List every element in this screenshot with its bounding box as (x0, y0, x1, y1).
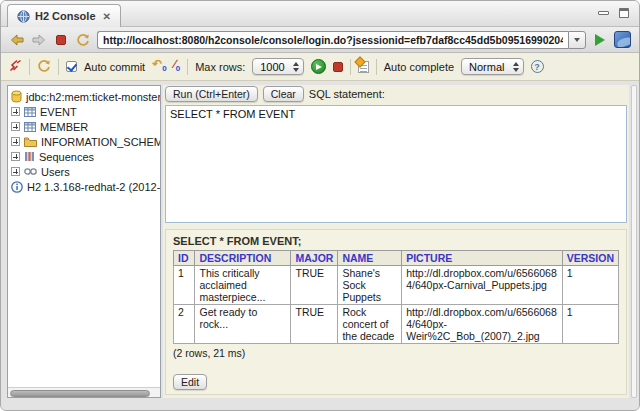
console-content: jdbc:h2:mem:ticket-monster EVENT (1, 83, 639, 410)
schema-tree: jdbc:h2:mem:ticket-monster EVENT (8, 86, 160, 194)
h2-toolbar: Auto commit ↶0 ∕0 Max rows: 1000 Auto co… (1, 53, 639, 81)
executed-statement: SELECT * FROM EVENT; (173, 235, 619, 247)
results-panel: SELECT * FROM EVENT; ID DESCRIPTION MAJO… (165, 229, 627, 395)
column-header[interactable]: MAJOR (291, 251, 338, 266)
refresh-objects-icon[interactable] (37, 59, 51, 75)
result-status: (2 rows, 21 ms) (173, 347, 619, 359)
expand-icon[interactable] (11, 107, 20, 116)
expand-icon[interactable] (11, 152, 20, 161)
forward-icon[interactable] (31, 32, 47, 48)
auto-complete-label: Auto complete (384, 61, 454, 73)
chevron-down-icon (574, 38, 580, 42)
tree-item-event[interactable]: EVENT (11, 104, 160, 119)
close-icon[interactable]: ✕ (103, 11, 111, 22)
auto-commit-checkbox[interactable] (66, 61, 77, 72)
tree-horizontal-scrollbar[interactable] (8, 387, 160, 397)
cell-major: TRUE (291, 305, 338, 344)
users-icon (24, 167, 37, 176)
cell-id: 2 (174, 305, 195, 344)
tree-item-connection[interactable]: jdbc:h2:mem:ticket-monster (11, 89, 160, 104)
stepper-arrows-icon (293, 62, 299, 72)
tab-h2-console[interactable]: H2 Console ✕ (7, 4, 121, 27)
table-icon (24, 107, 36, 117)
tree-item-users[interactable]: Users (11, 164, 160, 179)
column-header[interactable]: VERSION (562, 251, 618, 266)
results-table: ID DESCRIPTION MAJOR NAME PICTURE VERSIO… (173, 250, 619, 344)
table-row[interactable]: 1 This critically acclaimed masterpiece.… (174, 266, 619, 305)
auto-select-icon[interactable] (358, 61, 369, 73)
expand-icon[interactable] (11, 167, 20, 176)
expand-icon[interactable] (11, 137, 20, 146)
maximize-icon[interactable] (619, 8, 629, 18)
help-icon[interactable]: ? (531, 60, 544, 73)
database-icon (11, 90, 22, 103)
auto-commit-label: Auto commit (84, 61, 145, 73)
tree-item-member[interactable]: MEMBER (11, 119, 160, 134)
max-rows-select[interactable]: 1000 (252, 58, 303, 75)
tree-item-sequences[interactable]: Sequences (11, 149, 160, 164)
h2-console-view: H2 Console ✕ (0, 0, 640, 411)
cell-id: 1 (174, 266, 195, 305)
cell-major: TRUE (291, 266, 338, 305)
stop-icon[interactable] (53, 32, 69, 48)
column-header[interactable]: NAME (338, 251, 402, 266)
tab-title: H2 Console (35, 10, 96, 22)
info-icon (11, 181, 23, 193)
url-input[interactable] (97, 31, 568, 49)
browser-toolbar (1, 27, 639, 53)
expand-icon[interactable] (11, 122, 20, 131)
folder-icon (24, 137, 37, 147)
cell-picture: http://dl.dropbox.com/u/65660684/640px-C… (402, 266, 563, 305)
minimize-icon[interactable] (598, 11, 609, 15)
run-icon[interactable] (311, 59, 326, 74)
table-row[interactable]: 2 Get ready to rock... TRUE Rock concert… (174, 305, 619, 344)
cell-version: 1 (562, 266, 618, 305)
url-combo (97, 31, 586, 49)
max-rows-label: Max rows: (195, 61, 245, 73)
view-tab-bar: H2 Console ✕ (1, 1, 639, 27)
tree-item-information-schema[interactable]: INFORMATION_SCHEMA (11, 134, 160, 149)
disconnect-icon[interactable] (9, 59, 22, 74)
url-history-dropdown[interactable] (568, 31, 586, 49)
scrollbar-thumb[interactable] (10, 390, 150, 397)
query-panel: Run (Ctrl+Enter) Clear SQL statement: SE… (163, 85, 629, 398)
sequences-icon (24, 151, 35, 162)
go-icon[interactable] (592, 32, 608, 48)
cell-description: Get ready to rock... (195, 305, 291, 344)
back-icon[interactable] (9, 32, 25, 48)
edit-button[interactable]: Edit (173, 374, 207, 390)
cell-picture: http://dl.dropbox.com/u/65660684/640px-W… (402, 305, 563, 344)
schema-tree-panel: jdbc:h2:mem:ticket-monster EVENT (7, 85, 161, 398)
column-header[interactable]: PICTURE (402, 251, 563, 266)
auto-complete-select[interactable]: Normal (461, 58, 523, 75)
vertical-scrollbar[interactable] (631, 85, 637, 398)
table-icon (24, 122, 36, 132)
view-window-controls (598, 8, 629, 18)
cell-name: Rock concert of the decade (338, 305, 402, 344)
cancel-icon[interactable] (333, 62, 343, 72)
query-toolbar: Run (Ctrl+Enter) Clear SQL statement: (165, 86, 627, 102)
clear-button[interactable]: Clear (263, 86, 304, 102)
cell-version: 1 (562, 305, 618, 344)
open-external-browser-icon[interactable] (614, 31, 631, 48)
sql-statement-label: SQL statement: (309, 88, 385, 100)
rollback-count-icon[interactable]: ↶0 (152, 58, 167, 75)
column-header[interactable]: DESCRIPTION (195, 251, 291, 266)
run-button[interactable]: Run (Ctrl+Enter) (165, 86, 258, 102)
globe-icon (17, 10, 30, 23)
results-header-row: ID DESCRIPTION MAJOR NAME PICTURE VERSIO… (174, 251, 619, 266)
cell-description: This critically acclaimed masterpiece... (195, 266, 291, 305)
stepper-arrows-icon (513, 62, 519, 72)
tree-item-h2-version[interactable]: H2 1.3.168-redhat-2 (2012-07-13 (11, 179, 160, 194)
refresh-icon[interactable] (75, 32, 91, 48)
sql-input[interactable]: SELECT * FROM EVENT (165, 105, 627, 223)
cell-name: Shane's Sock Puppets (338, 266, 402, 305)
column-header[interactable]: ID (174, 251, 195, 266)
edit-count-icon[interactable]: ∕0 (174, 58, 180, 75)
